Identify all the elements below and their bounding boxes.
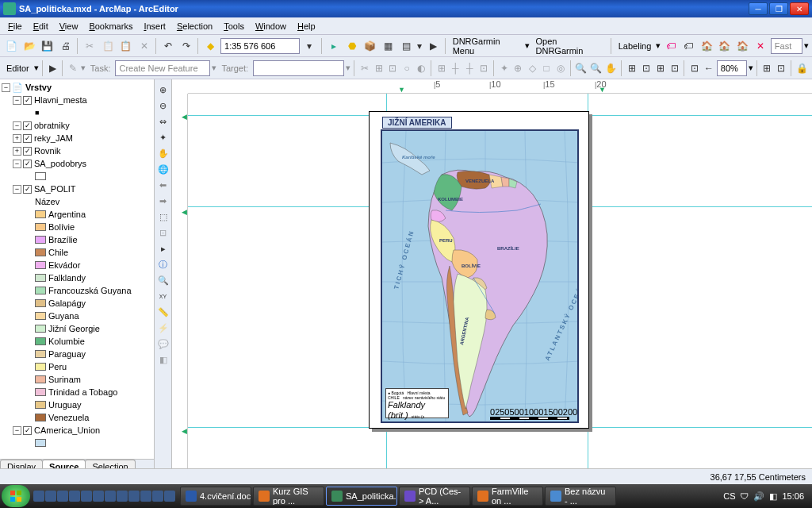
label-btn5[interactable]: 🏠 [734,37,751,55]
tree-row[interactable]: Uruguay [2,398,152,411]
clock[interactable]: 15:06 [782,491,804,501]
t6[interactable]: ⊞ [435,60,448,77]
tree-row[interactable]: Galapágy [2,297,152,310]
tree-row[interactable]: Chile [2,246,152,259]
t9[interactable]: ⊡ [477,60,490,77]
menu-insert[interactable]: Insert [139,20,170,33]
toc-tree[interactable]: −📄Vrstvy−Hlavni_mesta■−obratniky+reky_JA… [0,79,154,459]
delete-button[interactable]: ✕ [136,37,152,55]
tree-row[interactable]: Trinidad a Tobago [2,386,152,398]
layout-zoom[interactable] [717,60,747,76]
tray-icon[interactable]: ◧ [769,491,777,502]
layout-zoomout[interactable]: 🔍 [589,60,603,77]
tree-row[interactable]: Falklandy [2,271,152,284]
paste-button[interactable]: 📋 [117,37,134,55]
target-select[interactable] [253,60,344,76]
menu-bookmarks[interactable]: Bookmarks [84,20,137,33]
menu-edit[interactable]: Edit [29,20,53,33]
tray-icon[interactable]: 🔊 [753,491,764,502]
t5[interactable]: ◐ [415,60,427,77]
map-title[interactable]: JIŽNÍ AMERIKA [382,117,452,129]
open-button[interactable]: 📂 [21,37,38,55]
fast-input[interactable] [771,38,802,54]
fixed-zoomin-icon[interactable]: ⇔ [156,114,170,129]
l7[interactable]: ⊞ [760,60,773,77]
layout-pan[interactable]: ✋ [604,60,618,77]
t7[interactable]: ┼ [449,60,462,77]
l4[interactable]: ⊡ [668,60,681,77]
t4[interactable]: ○ [400,60,413,77]
labeling-menu[interactable]: Labeling [615,41,655,51]
menu-file[interactable]: File [3,20,27,33]
label-btn2[interactable]: 🏷 [680,37,697,55]
t13[interactable]: □ [540,60,553,77]
taskbar-task[interactable]: 4.cvičení.doc... [180,487,251,506]
maximize-button[interactable]: ❐ [769,2,788,15]
tree-row[interactable] [2,437,152,449]
measure-icon[interactable]: 📏 [156,305,170,319]
scale-input[interactable] [220,38,300,54]
back-icon[interactable]: ⬅ [156,178,170,192]
l6[interactable]: ← [703,60,715,77]
t2[interactable]: ⊞ [373,60,385,77]
cut-button[interactable]: ✂ [82,37,98,55]
taskbar-task[interactable]: SA_politicka.... [326,487,397,506]
layout-zoomin[interactable]: 🔍 [574,60,588,77]
taskbar-task[interactable]: Kurz GIS pro ... [253,487,324,506]
tree-row[interactable]: Guyana [2,310,152,322]
start-button[interactable] [2,485,30,507]
tree-row[interactable]: Kolumbie [2,335,152,348]
tree-row[interactable]: −CAmerica_Union [2,424,152,437]
tray-icon[interactable]: 🛡 [740,491,749,501]
tree-row[interactable]: Jižní Georgie [2,322,152,335]
tree-row[interactable]: Surinam [2,373,152,386]
full-extent-icon[interactable]: 🌐 [156,162,170,176]
tree-row[interactable]: Venezuela [2,411,152,424]
tree-row[interactable]: Peru [2,360,152,373]
print-button[interactable]: 🖨 [57,37,74,55]
tree-row[interactable]: −SA_podobrys [2,157,152,170]
tree-row[interactable]: ■ [2,106,152,119]
tree-row[interactable]: Ekvádor [2,259,152,271]
arccatalog-button[interactable]: ⬣ [344,37,361,55]
html-popup-icon[interactable]: 💬 [156,337,170,351]
sketch-tool[interactable]: ✎ [67,60,79,77]
edit-tool[interactable]: ▶ [46,60,59,77]
system-tray[interactable]: CS 🛡 🔊 ◧ 15:06 [717,491,810,502]
menu-selection[interactable]: Selection [172,20,217,33]
task-select[interactable] [115,60,210,76]
taskbar-task[interactable]: PCD (Čes-> A... [399,487,470,506]
label-btn1[interactable]: 🏷 [662,37,679,55]
model-button[interactable]: ▤ [398,37,415,55]
t10[interactable]: ✦ [498,60,511,77]
redo-button[interactable]: ↷ [178,37,195,55]
tree-row[interactable]: Brazílie [2,233,152,246]
t8[interactable]: ┼ [463,60,476,77]
new-button[interactable]: 📄 [3,37,20,55]
tree-row[interactable] [2,170,152,183]
lang-indicator[interactable]: CS [723,491,735,501]
tree-row[interactable]: Bolívie [2,221,152,233]
tree-row[interactable]: +reky_JAM [2,132,152,144]
scale-bar[interactable]: 0250500100015002000 [490,407,569,415]
tree-row[interactable]: Argentina [2,208,152,221]
l2[interactable]: ⊡ [640,60,653,77]
menu-tools[interactable]: Tools [219,20,249,33]
tree-row[interactable]: −SA_POLIT [2,183,152,195]
tree-row[interactable]: −Hlavni_mesta [2,94,152,106]
minimize-button[interactable]: ─ [749,2,768,15]
goto-xy-icon[interactable]: XY [156,289,170,303]
cmd-button[interactable]: ▦ [380,37,396,55]
arctoolbox-button[interactable]: 📦 [362,37,378,55]
pointer-icon[interactable]: ▸ [156,241,170,256]
dnr-menu[interactable]: DNRGarmin Menu [450,37,523,56]
l3[interactable]: ⊞ [654,60,667,77]
menu-help[interactable]: Help [293,20,320,33]
tree-row[interactable]: −📄Vrstvy [2,81,152,94]
zoom-out-icon[interactable]: ⊖ [156,98,170,113]
l5[interactable]: ⊡ [688,60,701,77]
tree-row[interactable]: +Rovnik [2,144,152,157]
map-legend[interactable]: ● Bogotá Hlavní městaCHILE název nezávis… [385,388,449,418]
scale-dropdown[interactable]: ▾ [301,37,318,55]
python-button[interactable]: ▶ [425,37,442,55]
